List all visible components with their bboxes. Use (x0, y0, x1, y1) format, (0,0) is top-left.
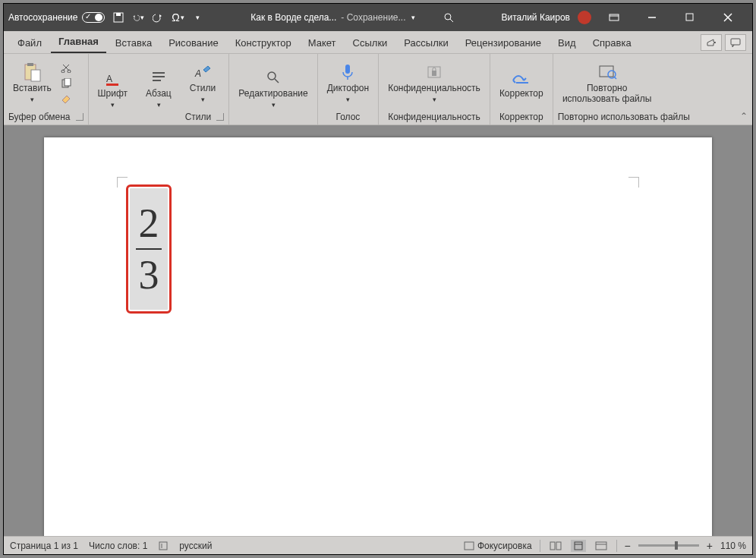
ribbon: Вставить▾ Буфер обмена A Шрифт▾ (4, 54, 752, 125)
toggle-icon[interactable]: ✓ (82, 12, 105, 23)
web-layout-icon[interactable] (594, 540, 609, 552)
quick-access-toolbar: ▾ Ω▾ ▾ (112, 11, 203, 24)
svg-text:A: A (106, 74, 112, 84)
minimize-icon[interactable] (637, 7, 667, 28)
avatar[interactable] (578, 11, 591, 24)
app-window: Автосохранение ✓ ▾ Ω▾ ▾ Как в Ворде сдел… (3, 3, 753, 555)
svg-rect-1 (116, 13, 121, 16)
tab-insert[interactable]: Вставка (108, 33, 159, 53)
ribbon-display-icon[interactable] (599, 7, 629, 28)
share-button[interactable] (701, 34, 722, 51)
paragraph-icon (149, 68, 169, 87)
launcher-icon[interactable] (76, 113, 83, 121)
cut-icon[interactable] (59, 61, 73, 74)
svg-rect-29 (432, 71, 436, 76)
redo-icon[interactable] (152, 11, 164, 24)
svg-rect-31 (600, 66, 613, 77)
editing-button[interactable]: Редактирование▾ (234, 63, 312, 115)
svg-rect-36 (465, 542, 474, 550)
focus-mode[interactable]: Фокусировка (464, 541, 532, 551)
styles-button[interactable]: A Стили▾ (185, 58, 221, 109)
tab-design[interactable]: Конструктор (228, 33, 299, 53)
save-icon[interactable] (112, 11, 124, 24)
zoom-out-icon[interactable]: − (625, 540, 631, 552)
titlebar-right: Виталий Каиров (501, 7, 743, 28)
editor-button[interactable]: Корректор (495, 58, 548, 109)
document-canvas[interactable]: 2 3 (4, 125, 752, 536)
sensitivity-button[interactable]: Конфиденциальность▾ (383, 58, 485, 109)
font-button[interactable]: A Шрифт▾ (93, 63, 132, 115)
svg-rect-17 (65, 78, 71, 86)
autosave-toggle[interactable]: Автосохранение ✓ (8, 12, 105, 23)
fraction-denominator[interactable]: 3 (139, 250, 159, 300)
group-font: A Шрифт▾ (89, 54, 137, 125)
svg-rect-10 (731, 39, 740, 45)
margin-corner (628, 177, 639, 188)
maximize-icon[interactable] (675, 7, 705, 28)
svg-line-25 (275, 79, 279, 83)
tab-home[interactable]: Главная (51, 31, 106, 53)
page[interactable]: 2 3 (44, 137, 712, 536)
format-painter-icon[interactable] (59, 93, 73, 106)
word-count[interactable]: Число слов: 1 (89, 541, 147, 551)
svg-rect-34 (159, 542, 167, 550)
zoom-level[interactable]: 110 % (720, 541, 746, 551)
paste-button[interactable]: Вставить▾ (8, 58, 56, 109)
tab-help[interactable]: Справка (585, 33, 639, 53)
tab-view[interactable]: Вид (550, 33, 584, 53)
titlebar: Автосохранение ✓ ▾ Ω▾ ▾ Как в Ворде сдел… (4, 4, 752, 31)
dictate-button[interactable]: Диктофон▾ (323, 58, 373, 109)
group-editing: Редактирование▾ (229, 54, 317, 125)
svg-point-2 (445, 14, 451, 20)
tab-draw[interactable]: Рисование (161, 33, 225, 53)
group-paragraph: Абзац▾ (137, 54, 181, 125)
group-styles: A Стили▾ Стили (181, 54, 230, 125)
ribbon-tabs: Файл Главная Вставка Рисование Конструкт… (4, 31, 752, 54)
comments-button[interactable] (725, 34, 746, 51)
close-icon[interactable] (713, 7, 743, 28)
zoom-in-icon[interactable]: + (707, 540, 713, 552)
paragraph-button[interactable]: Абзац▾ (141, 63, 176, 115)
omega-icon[interactable]: Ω▾ (172, 11, 184, 24)
svg-rect-37 (550, 542, 555, 550)
qat-dropdown-icon[interactable]: ▾ (191, 11, 203, 24)
language-indicator[interactable]: русский (179, 541, 212, 551)
svg-rect-12 (27, 63, 33, 66)
group-reuse: Повторно использовать файлы Повторно исп… (553, 54, 695, 125)
tab-file[interactable]: Файл (10, 33, 49, 53)
editor-icon (512, 68, 531, 87)
print-layout-icon[interactable] (571, 540, 586, 552)
tab-review[interactable]: Рецензирование (458, 33, 549, 53)
read-mode-icon[interactable] (548, 540, 563, 552)
search-icon[interactable] (443, 11, 455, 24)
fraction-numerator[interactable]: 2 (139, 198, 159, 248)
tab-references[interactable]: Ссылки (345, 33, 395, 53)
page-indicator[interactable]: Страница 1 из 1 (10, 541, 78, 551)
statusbar: Страница 1 из 1 Число слов: 1 русский Фо… (4, 536, 752, 554)
tab-mailings[interactable]: Рассылки (396, 33, 455, 53)
group-clipboard: Вставить▾ Буфер обмена (4, 54, 89, 125)
autosave-label: Автосохранение (8, 12, 77, 23)
proofing-icon[interactable] (158, 541, 169, 551)
paste-icon (22, 62, 42, 82)
collapse-ribbon-icon[interactable]: ⌃ (740, 111, 748, 121)
tab-layout[interactable]: Макет (301, 33, 344, 53)
svg-line-3 (450, 19, 453, 22)
svg-text:A: A (194, 68, 201, 79)
equation-object[interactable]: 2 3 (126, 184, 172, 314)
group-confidentiality: Конфиденциальность▾ Конфиденциальность (379, 54, 490, 125)
lock-icon (424, 62, 444, 82)
user-name: Виталий Каиров (501, 12, 570, 23)
svg-rect-38 (556, 542, 561, 550)
copy-icon[interactable] (59, 77, 73, 90)
font-icon: A (102, 68, 122, 87)
undo-icon[interactable]: ▾ (132, 11, 144, 24)
svg-point-24 (268, 72, 276, 80)
reuse-files-button[interactable]: Повторно использовать файлы (558, 58, 657, 109)
search-icon (263, 68, 283, 87)
reuse-icon (597, 62, 617, 82)
svg-rect-41 (596, 542, 606, 550)
zoom-slider[interactable] (638, 544, 699, 547)
svg-rect-19 (106, 84, 118, 86)
launcher-icon[interactable] (216, 113, 224, 121)
